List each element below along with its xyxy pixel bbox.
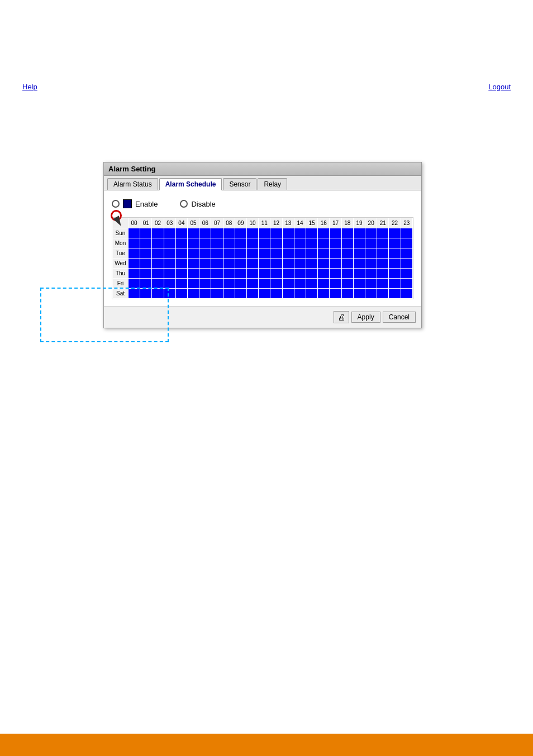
schedule-cell-sat-5[interactable] [188,289,199,299]
schedule-cell-sun-20[interactable] [365,228,377,238]
schedule-cell-tue-10[interactable] [247,248,259,259]
schedule-cell-mon-3[interactable] [164,238,175,248]
schedule-cell-fri-9[interactable] [235,279,246,289]
schedule-cell-wed-0[interactable] [129,259,140,269]
schedule-cell-fri-16[interactable] [318,279,330,289]
schedule-cell-sun-6[interactable] [199,228,211,238]
schedule-cell-sun-16[interactable] [318,228,330,238]
schedule-cell-wed-10[interactable] [247,259,259,269]
schedule-cell-fri-15[interactable] [306,279,318,289]
schedule-cell-wed-15[interactable] [306,259,318,269]
schedule-cell-mon-5[interactable] [188,238,199,248]
schedule-cell-tue-22[interactable] [389,248,401,259]
schedule-cell-wed-18[interactable] [341,259,353,269]
schedule-cell-sun-17[interactable] [330,228,341,238]
schedule-cell-wed-9[interactable] [235,259,246,269]
schedule-cell-mon-12[interactable] [270,238,282,248]
schedule-cell-tue-1[interactable] [140,248,152,259]
schedule-cell-fri-3[interactable] [164,279,175,289]
cancel-button[interactable]: Cancel [383,312,416,323]
schedule-cell-sun-4[interactable] [175,228,187,238]
schedule-cell-sat-0[interactable] [129,289,140,299]
schedule-cell-thu-7[interactable] [211,269,223,279]
schedule-cell-wed-11[interactable] [259,259,270,269]
schedule-cell-sun-2[interactable] [152,228,164,238]
print-icon[interactable]: 🖨 [334,311,349,323]
schedule-cell-sat-22[interactable] [389,289,401,299]
schedule-cell-wed-13[interactable] [282,259,294,269]
schedule-cell-thu-12[interactable] [270,269,282,279]
schedule-cell-mon-9[interactable] [235,238,246,248]
schedule-cell-sat-12[interactable] [270,289,282,299]
schedule-cell-mon-11[interactable] [259,238,270,248]
schedule-cell-thu-8[interactable] [223,269,235,279]
schedule-cell-sun-0[interactable] [129,228,140,238]
schedule-cell-tue-0[interactable] [129,248,140,259]
schedule-cell-wed-22[interactable] [389,259,401,269]
schedule-cell-thu-11[interactable] [259,269,270,279]
schedule-cell-fri-6[interactable] [199,279,211,289]
schedule-cell-sun-5[interactable] [188,228,199,238]
schedule-cell-sun-11[interactable] [259,228,270,238]
schedule-cell-fri-10[interactable] [247,279,259,289]
schedule-cell-fri-4[interactable] [175,279,187,289]
tab-relay[interactable]: Relay [258,178,287,190]
schedule-cell-sun-1[interactable] [140,228,152,238]
schedule-cell-tue-16[interactable] [318,248,330,259]
schedule-cell-wed-12[interactable] [270,259,282,269]
schedule-cell-tue-12[interactable] [270,248,282,259]
schedule-cell-sun-8[interactable] [223,228,235,238]
schedule-cell-thu-6[interactable] [199,269,211,279]
schedule-cell-mon-17[interactable] [330,238,341,248]
schedule-cell-sun-21[interactable] [377,228,389,238]
tab-alarm-schedule[interactable]: Alarm Schedule [159,178,222,190]
schedule-cell-fri-8[interactable] [223,279,235,289]
schedule-cell-thu-19[interactable] [353,269,365,279]
schedule-cell-sat-8[interactable] [223,289,235,299]
schedule-cell-sun-18[interactable] [341,228,353,238]
schedule-cell-sat-21[interactable] [377,289,389,299]
schedule-cell-thu-20[interactable] [365,269,377,279]
schedule-cell-wed-3[interactable] [164,259,175,269]
apply-button[interactable]: Apply [351,312,380,323]
schedule-cell-sat-14[interactable] [294,289,306,299]
schedule-cell-wed-5[interactable] [188,259,199,269]
schedule-cell-tue-9[interactable] [235,248,246,259]
schedule-cell-sun-10[interactable] [247,228,259,238]
schedule-cell-mon-4[interactable] [175,238,187,248]
schedule-cell-tue-2[interactable] [152,248,164,259]
schedule-cell-thu-10[interactable] [247,269,259,279]
schedule-cell-fri-12[interactable] [270,279,282,289]
schedule-cell-mon-1[interactable] [140,238,152,248]
schedule-cell-mon-6[interactable] [199,238,211,248]
schedule-cell-sun-14[interactable] [294,228,306,238]
schedule-cell-wed-20[interactable] [365,259,377,269]
schedule-cell-wed-17[interactable] [330,259,341,269]
schedule-cell-mon-21[interactable] [377,238,389,248]
schedule-cell-fri-0[interactable] [129,279,140,289]
schedule-cell-wed-19[interactable] [353,259,365,269]
schedule-cell-thu-17[interactable] [330,269,341,279]
schedule-cell-mon-22[interactable] [389,238,401,248]
schedule-cell-fri-19[interactable] [353,279,365,289]
schedule-cell-sat-20[interactable] [365,289,377,299]
schedule-cell-sat-11[interactable] [259,289,270,299]
schedule-cell-fri-22[interactable] [389,279,401,289]
schedule-cell-sun-9[interactable] [235,228,246,238]
schedule-cell-sat-19[interactable] [353,289,365,299]
schedule-cell-thu-1[interactable] [140,269,152,279]
schedule-cell-sat-13[interactable] [282,289,294,299]
schedule-cell-fri-11[interactable] [259,279,270,289]
schedule-cell-tue-3[interactable] [164,248,175,259]
schedule-cell-tue-15[interactable] [306,248,318,259]
schedule-cell-mon-19[interactable] [353,238,365,248]
schedule-cell-sat-3[interactable] [164,289,175,299]
schedule-cell-sat-9[interactable] [235,289,246,299]
schedule-cell-mon-8[interactable] [223,238,235,248]
schedule-cell-thu-15[interactable] [306,269,318,279]
schedule-cell-tue-18[interactable] [341,248,353,259]
schedule-cell-tue-21[interactable] [377,248,389,259]
schedule-cell-thu-0[interactable] [129,269,140,279]
schedule-cell-fri-20[interactable] [365,279,377,289]
enable-radio-group[interactable]: Enable [112,199,158,208]
